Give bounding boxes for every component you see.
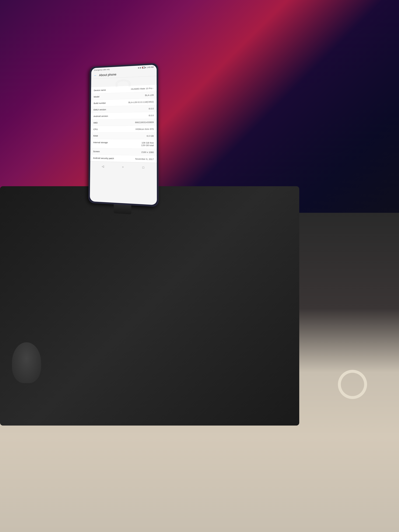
item-label-cpu: CPU (93, 128, 123, 131)
item-value-build: BLA-L09 8.0.0.118(C652) (123, 101, 154, 104)
time-display: 1:43 AM (146, 66, 154, 68)
phone-stand (114, 204, 131, 214)
item-value-android: 8.0.0 (123, 114, 153, 117)
emergency-calls-text: Emergency calls only (94, 68, 109, 71)
item-label-model: Model (94, 95, 123, 98)
status-icons: N ▮ 1:43 AM (138, 66, 153, 69)
list-item: EMUI version 8.0.0 (91, 105, 157, 113)
item-label-screen: Screen (93, 150, 123, 153)
item-value-storage: 108 GB free 128 GB total (123, 141, 154, 146)
list-item: Android version 8.0.0 (91, 112, 157, 120)
list-item: CPU HiSilicon Kirin 970 (91, 126, 157, 133)
usb-cable (338, 370, 367, 399)
phone-body: Emergency calls only N ▮ 1:43 AM ← About… (88, 63, 158, 207)
item-label-android: Android version (94, 114, 123, 117)
item-value-security-patch: November 6, 2017 (123, 157, 154, 160)
item-label-emui: EMUI version (94, 108, 123, 111)
item-value-imei: 866218031433809 (123, 121, 154, 124)
phone-device: Emergency calls only N ▮ 1:43 AM ← About… (88, 63, 158, 207)
desk-mat (0, 186, 299, 426)
list-item: IMEI 866218031433809 (91, 119, 157, 126)
chevron-right-icon: › (153, 87, 154, 89)
back-button[interactable]: ← (94, 74, 97, 77)
item-label-build: Build number (94, 101, 123, 104)
list-item: Screen 2160 x 1080 (90, 148, 157, 156)
nfc-icon: N (138, 67, 139, 69)
settings-list: Device name HUAWEI Mate 10 Pro › Model B… (90, 85, 157, 163)
recent-nav-button[interactable]: □ (139, 165, 147, 170)
buddha-figurine (12, 342, 41, 383)
nav-bar: ◁ ○ □ (90, 161, 157, 173)
phone-screen: Emergency calls only N ▮ 1:43 AM ← About… (90, 65, 157, 205)
list-item: RAM 6.0 GB (91, 133, 157, 139)
back-nav-button[interactable]: ◁ (99, 164, 107, 169)
signal-icon: ▮ (140, 67, 141, 69)
item-value-screen: 2160 x 1080 (123, 151, 154, 153)
battery-icon (142, 67, 145, 68)
item-value-emui: 8.0.0 (123, 107, 154, 110)
item-label-imei: IMEI (94, 121, 123, 124)
battery-fill (142, 67, 143, 68)
item-label-device-name: Device name (94, 88, 131, 92)
item-label-security-patch: Android security patch (93, 157, 123, 160)
home-nav-button[interactable]: ○ (119, 164, 127, 170)
item-label-storage: Internal storage (93, 141, 123, 144)
item-value-ram: 6.0 GB (123, 135, 154, 137)
item-value-cpu: HiSilicon Kirin 970 (123, 128, 154, 130)
page-title: About phone (99, 72, 116, 77)
list-item: Internal storage 108 GB free 128 GB tota… (90, 139, 157, 149)
item-value-model: BLA-L09 (123, 94, 154, 97)
item-value-device-name: HUAWEI Mate 10 Pro › (131, 87, 154, 90)
item-label-ram: RAM (93, 135, 123, 137)
